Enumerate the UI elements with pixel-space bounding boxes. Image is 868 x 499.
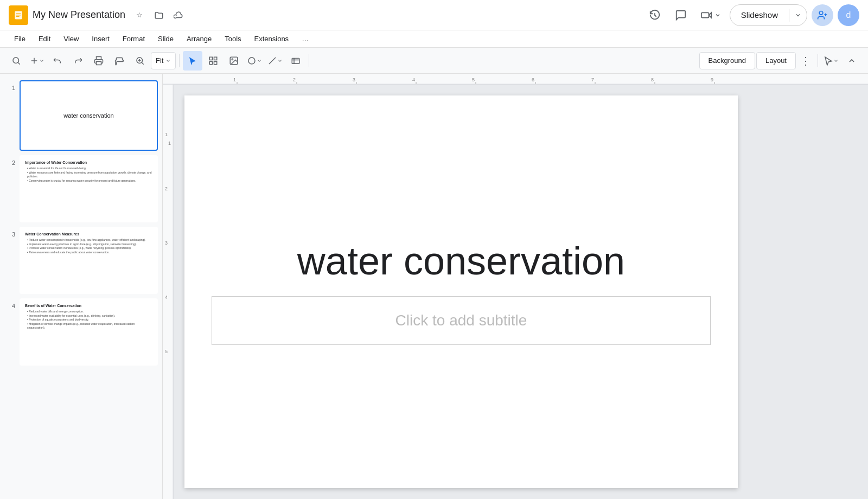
svg-text:5: 5 bbox=[165, 349, 168, 354]
svg-rect-12 bbox=[97, 61, 101, 65]
svg-rect-1 bbox=[16, 13, 21, 14]
layout-button[interactable]: Layout bbox=[756, 52, 796, 69]
menu-insert[interactable]: Insert bbox=[86, 33, 115, 45]
menu-more[interactable]: … bbox=[296, 33, 314, 45]
ruler-v-svg: 1 1 2 3 4 5 bbox=[163, 85, 174, 499]
paint-format-button[interactable] bbox=[110, 51, 129, 71]
ruler-horizontal: 1 2 3 4 5 6 7 8 9 bbox=[163, 74, 868, 85]
slide-thumb-2[interactable]: Importance of Water Conservation • Water… bbox=[20, 155, 158, 222]
menu-tools[interactable]: Tools bbox=[219, 33, 246, 45]
svg-text:2: 2 bbox=[293, 77, 296, 82]
svg-point-5 bbox=[819, 11, 823, 15]
slide-item-1[interactable]: 1 water conservation bbox=[0, 78, 162, 153]
undo-button[interactable] bbox=[48, 51, 67, 71]
redo-button[interactable] bbox=[68, 51, 88, 71]
slide-subtitle-placeholder[interactable]: Click to add subtitle bbox=[395, 312, 527, 329]
svg-rect-19 bbox=[210, 61, 213, 64]
toolbar-divider-3 bbox=[818, 54, 818, 67]
slide-thumb-4[interactable]: Benefits of Water Conservation • Reduced… bbox=[20, 298, 158, 366]
print-button[interactable] bbox=[89, 51, 108, 71]
ruler-h-svg: 1 2 3 4 5 6 7 8 9 bbox=[163, 74, 868, 85]
svg-text:1: 1 bbox=[233, 77, 236, 82]
slide-item-3[interactable]: 3 Water Conservation Measures • Reduce w… bbox=[0, 225, 162, 296]
svg-text:2: 2 bbox=[165, 186, 168, 191]
slide-number-2: 2 bbox=[4, 155, 15, 166]
menu-view[interactable]: View bbox=[58, 33, 84, 45]
menu-format[interactable]: Format bbox=[117, 33, 150, 45]
cloud-save-button[interactable] bbox=[171, 8, 186, 23]
menu-extensions[interactable]: Extensions bbox=[249, 33, 295, 45]
slide-thumb-3[interactable]: Water Conservation Measures • Reduce wat… bbox=[20, 227, 158, 294]
slide-canvas[interactable]: water conservation Click to add subtitle bbox=[184, 95, 738, 488]
star-button[interactable]: ☆ bbox=[132, 8, 147, 23]
slide-2-bullets-thumb: • Water is essential for life and human … bbox=[27, 167, 152, 183]
canvas-container: 1 1 2 3 4 5 water conservation Cli bbox=[163, 85, 868, 499]
menu-arrange[interactable]: Arrange bbox=[181, 33, 217, 45]
main-content: 1 water conservation 2 Importance of Wat… bbox=[0, 74, 868, 499]
svg-rect-4 bbox=[701, 12, 709, 17]
comment-button[interactable] bbox=[670, 4, 692, 26]
transform-button[interactable] bbox=[203, 51, 223, 71]
svg-point-23 bbox=[248, 57, 255, 64]
background-button[interactable]: Background bbox=[699, 52, 755, 69]
text-button[interactable] bbox=[286, 51, 305, 71]
add-slide-button[interactable] bbox=[27, 51, 47, 71]
svg-rect-2 bbox=[16, 15, 21, 15]
slideshow-button[interactable]: Slideshow bbox=[730, 4, 807, 26]
slide-subtitle-box[interactable]: Click to add subtitle bbox=[212, 296, 711, 345]
toolbar: Fit Background Layout ⋮ bbox=[0, 48, 868, 74]
app-icon bbox=[9, 5, 28, 25]
svg-rect-3 bbox=[16, 16, 20, 16]
zoom-button[interactable] bbox=[130, 51, 150, 71]
video-call-button[interactable] bbox=[696, 4, 725, 26]
cursor-mode-button[interactable] bbox=[821, 51, 841, 71]
svg-text:1: 1 bbox=[165, 132, 168, 137]
canvas-scroll-area[interactable]: water conservation Click to add subtitle bbox=[174, 85, 868, 499]
slide-4-title-thumb: Benefits of Water Conservation bbox=[25, 304, 152, 308]
slide-item-4[interactable]: 4 Benefits of Water Conservation • Reduc… bbox=[0, 296, 162, 368]
move-to-folder-button[interactable] bbox=[151, 8, 167, 23]
presentation-title: My New Presentation bbox=[33, 9, 125, 21]
slide-main-title[interactable]: water conservation bbox=[297, 239, 625, 283]
svg-line-24 bbox=[269, 57, 276, 64]
add-person-button[interactable] bbox=[812, 4, 833, 26]
user-avatar[interactable]: d bbox=[838, 4, 859, 26]
select-tool-button[interactable] bbox=[183, 51, 202, 71]
line-button[interactable] bbox=[265, 51, 285, 71]
menu-bar: File Edit View Insert Format Slide Arran… bbox=[0, 30, 868, 48]
slideshow-dropdown-button[interactable] bbox=[789, 5, 807, 25]
slide-number-4: 4 bbox=[4, 298, 15, 309]
slide-1-title-thumb: water conservation bbox=[25, 86, 152, 145]
svg-text:4: 4 bbox=[165, 295, 168, 300]
svg-text:4: 4 bbox=[412, 77, 415, 82]
zoom-label: Fit bbox=[156, 56, 163, 65]
menu-edit[interactable]: Edit bbox=[33, 33, 56, 45]
svg-text:8: 8 bbox=[651, 77, 654, 82]
editor-area: 1 2 3 4 5 6 7 8 9 1 bbox=[163, 74, 868, 499]
chevron-up-button[interactable] bbox=[842, 51, 861, 71]
svg-line-14 bbox=[142, 62, 143, 64]
slide-item-2[interactable]: 2 Importance of Water Conservation • Wat… bbox=[0, 153, 162, 225]
svg-text:3: 3 bbox=[165, 240, 168, 246]
svg-text:7: 7 bbox=[591, 77, 594, 82]
slide-2-title-thumb: Importance of Water Conservation bbox=[25, 161, 152, 164]
menu-slide[interactable]: Slide bbox=[152, 33, 179, 45]
slide-3-title-thumb: Water Conservation Measures bbox=[25, 232, 152, 236]
zoom-selector[interactable]: Fit bbox=[151, 52, 176, 69]
more-options-button[interactable]: ⋮ bbox=[797, 52, 814, 69]
toolbar-divider-2 bbox=[309, 54, 309, 67]
svg-rect-25 bbox=[292, 58, 300, 63]
toolbar-divider-1 bbox=[179, 54, 180, 67]
top-bar: My New Presentation ☆ Slideshow d bbox=[0, 0, 868, 30]
svg-point-8 bbox=[13, 57, 19, 63]
slide-3-bullets-thumb: • Reduce water consumption in households… bbox=[27, 238, 152, 254]
svg-text:3: 3 bbox=[353, 77, 355, 82]
image-button[interactable] bbox=[224, 51, 244, 71]
shape-button[interactable] bbox=[245, 51, 264, 71]
slide-thumb-1[interactable]: water conservation bbox=[20, 80, 158, 151]
slide-number-3: 3 bbox=[4, 227, 15, 238]
menu-file[interactable]: File bbox=[9, 33, 31, 45]
search-button[interactable] bbox=[7, 51, 26, 71]
history-button[interactable] bbox=[644, 4, 666, 26]
slideshow-main-button[interactable]: Slideshow bbox=[730, 5, 789, 25]
